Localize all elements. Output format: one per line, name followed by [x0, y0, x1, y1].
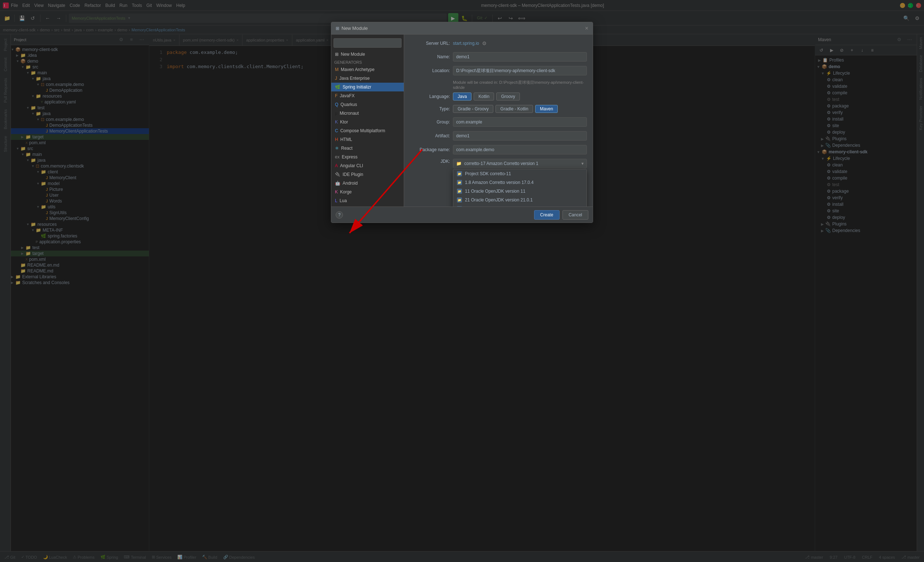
- jdk-icon-2: 📁: [457, 189, 462, 194]
- lang-kotlin-btn[interactable]: Kotlin: [474, 93, 494, 101]
- modal-react[interactable]: ⚛ React: [331, 144, 404, 153]
- modal-search-input[interactable]: [333, 38, 402, 48]
- type-gradle-kotlin-btn[interactable]: Gradle - Kotlin: [495, 105, 533, 113]
- modal-maven-archetype[interactable]: M Maven Archetype: [331, 65, 404, 74]
- jdk-option-4[interactable]: 📁 corretto-1.8 java version "1.8.0_352": [453, 204, 586, 206]
- jdk-option-0[interactable]: 📁 Project SDK corretto-11: [453, 169, 586, 178]
- ktor-label: Ktor: [340, 119, 348, 125]
- new-module-icon: ⊞: [335, 52, 339, 57]
- modal-form: Server URL: start.spring.io ⚙ Name: Loca…: [404, 35, 593, 206]
- modal-new-module-btn[interactable]: ⊞ New Module: [331, 50, 404, 59]
- server-url-row: Server URL: start.spring.io ⚙: [410, 41, 587, 46]
- react-label: React: [341, 146, 352, 151]
- name-input[interactable]: [453, 52, 587, 62]
- jdk-option-label-1: 1.8 Amazon Corretto version 17.0.4: [465, 180, 534, 185]
- artifact-input[interactable]: [453, 131, 587, 141]
- maven-archetype-icon: M: [335, 67, 339, 72]
- ide-plugin-icon: 🔌: [335, 172, 340, 177]
- jdk-selector: 📁 corretto-17 Amazon Corretto version 1 …: [453, 159, 587, 168]
- location-hint: Module will be created in: D:\Project\星球…: [453, 80, 587, 90]
- location-row: Location:: [410, 66, 587, 75]
- modal-express[interactable]: ex Express: [331, 153, 404, 161]
- modal-html[interactable]: H HTML: [331, 135, 404, 144]
- jdk-select-value: 📁 corretto-17 Amazon Corretto version 1: [456, 161, 538, 166]
- modal-help-btn[interactable]: ?: [336, 211, 343, 219]
- jdk-folder-icon: 📁: [456, 161, 462, 166]
- modal-android[interactable]: 🤖 Android: [331, 179, 404, 188]
- ide-plugin-label: IDE Plugin: [343, 172, 363, 177]
- type-gradle-groovy-btn[interactable]: Gradle - Groovy: [453, 105, 493, 113]
- javafx-label: JavaFX: [340, 93, 355, 98]
- javafx-icon: F: [335, 93, 338, 98]
- modal-body: ⊞ New Module Generators M Maven Archetyp…: [331, 35, 593, 206]
- modal-java-enterprise[interactable]: J Java Enterprise: [331, 74, 404, 83]
- location-input[interactable]: [453, 66, 587, 75]
- package-name-input[interactable]: [453, 145, 587, 155]
- type-options: Gradle - Groovy Gradle - Kotlin Maven: [453, 105, 558, 113]
- modal-cancel-btn[interactable]: Cancel: [562, 210, 588, 219]
- modal-ktor[interactable]: K Ktor: [331, 118, 404, 126]
- modal-create-btn[interactable]: Create: [534, 210, 560, 219]
- artifact-label: Artifact:: [410, 133, 450, 138]
- micronaut-icon: μ: [335, 111, 338, 116]
- modal-micronaut[interactable]: μ Micronaut: [331, 109, 404, 118]
- modal-quarkus[interactable]: Q Quarkus: [331, 100, 404, 109]
- lua-icon: L: [335, 198, 338, 203]
- jdk-icon-3: 📁: [457, 197, 462, 203]
- name-row: Name:: [410, 52, 587, 62]
- jdk-dropdown-arrow: ▾: [581, 161, 584, 166]
- artifact-row: Artifact:: [410, 131, 587, 141]
- jdk-dropdown-list: 📁 Project SDK corretto-11 📁 1.8 Amazon C…: [453, 169, 587, 206]
- modal-titlebar: ⊞ New Module ×: [331, 22, 593, 35]
- spring-init-icon: 🌿: [335, 84, 340, 90]
- android-label: Android: [343, 181, 357, 186]
- language-row: Language: Java Kotlin Groovy: [410, 93, 587, 101]
- modal-icon: ⊞: [336, 26, 339, 31]
- modal-javafx[interactable]: F JavaFX: [331, 92, 404, 100]
- package-name-label: Package name:: [410, 147, 450, 152]
- spring-init-label: Spring Initializr: [343, 84, 371, 90]
- jdk-option-label-0: Project SDK corretto-11: [465, 171, 511, 176]
- server-settings-btn[interactable]: ⚙: [482, 41, 487, 46]
- maven-archetype-label: Maven Archetype: [341, 67, 375, 72]
- new-module-label: New Module: [341, 52, 365, 57]
- name-label: Name:: [410, 54, 450, 59]
- location-label: Location:: [410, 68, 450, 73]
- type-label: Type:: [410, 106, 450, 111]
- korge-icon: K: [335, 189, 338, 194]
- package-name-row: Package name:: [410, 145, 587, 155]
- language-label: Language:: [410, 94, 450, 99]
- compose-icon: C: [335, 128, 338, 133]
- modal-sidebar: ⊞ New Module Generators M Maven Archetyp…: [331, 35, 404, 206]
- ktor-icon: K: [335, 119, 338, 125]
- modal-spring-initializr[interactable]: 🌿 Spring Initializr: [331, 83, 404, 92]
- modal-footer: ? Create Cancel: [331, 206, 593, 222]
- modal-close-button[interactable]: ×: [585, 25, 588, 32]
- jdk-option-2[interactable]: 📁 11 Oracle OpenJDK version 11: [453, 187, 586, 195]
- java-enterprise-label: Java Enterprise: [339, 76, 369, 81]
- jdk-option-1[interactable]: 📁 1.8 Amazon Corretto version 17.0.4: [453, 178, 586, 187]
- server-url-link[interactable]: start.spring.io: [453, 41, 479, 46]
- jdk-option-label-4: corretto-1.8 java version "1.8.0_352": [465, 206, 536, 206]
- jdk-icon-4: 📁: [457, 206, 462, 206]
- angular-label: Angular CLI: [340, 163, 363, 168]
- type-row: Type: Gradle - Groovy Gradle - Kotlin Ma…: [410, 105, 587, 113]
- android-icon: 🤖: [335, 181, 340, 186]
- modal-lua[interactable]: L Lua: [331, 196, 404, 205]
- express-label: Express: [342, 155, 357, 159]
- modal-title: New Module: [342, 26, 585, 31]
- jdk-icon-0: 📁: [457, 171, 462, 176]
- lang-java-btn[interactable]: Java: [453, 93, 471, 101]
- korge-label: Korge: [340, 189, 352, 194]
- modal-ide-plugin[interactable]: 🔌 IDE Plugin: [331, 170, 404, 179]
- modal-compose[interactable]: C Compose Multiplatform: [331, 126, 404, 135]
- type-maven-btn[interactable]: Maven: [535, 105, 558, 113]
- jdk-option-3[interactable]: 📁 21 Oracle OpenJDK version 21.0.1: [453, 195, 586, 204]
- lang-groovy-btn[interactable]: Groovy: [496, 93, 520, 101]
- modal-overlay: ⊞ New Module × ⊞ New Module Generators M…: [0, 0, 924, 562]
- jdk-select-btn[interactable]: 📁 corretto-17 Amazon Corretto version 1 …: [453, 159, 587, 168]
- express-icon: ex: [335, 155, 340, 159]
- modal-korge[interactable]: K Korge: [331, 188, 404, 196]
- modal-angular[interactable]: A Angular CLI: [331, 161, 404, 170]
- group-input[interactable]: [453, 117, 587, 127]
